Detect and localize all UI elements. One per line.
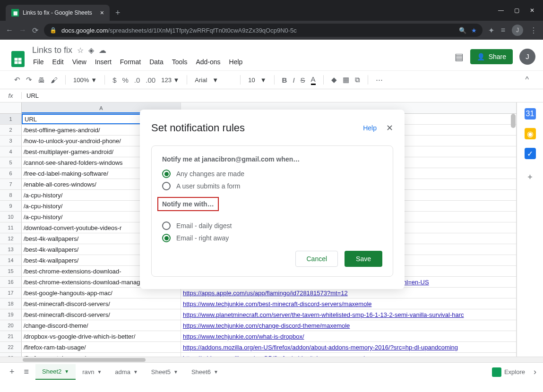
account-avatar[interactable]: J — [519, 49, 535, 65]
menu-format[interactable]: Format — [120, 58, 141, 66]
row-header[interactable]: 4 — [0, 146, 22, 157]
all-sheets-button[interactable]: ≡ — [21, 367, 32, 377]
row-header[interactable]: 1 — [0, 114, 22, 124]
share-button[interactable]: 👤 Share — [470, 49, 513, 64]
extensions-icon[interactable]: ✦ — [488, 26, 494, 35]
row-header[interactable]: 23 — [0, 353, 22, 357]
explore-button[interactable]: Explore — [492, 367, 525, 377]
row-header[interactable]: 13 — [0, 244, 22, 255]
move-icon[interactable]: ◈ — [88, 46, 94, 55]
new-tab-button[interactable]: + — [115, 8, 121, 18]
help-link[interactable]: Help — [363, 124, 377, 132]
menu-view[interactable]: View — [72, 58, 86, 66]
font-dropdown[interactable]: Arial ▼ — [195, 77, 233, 84]
row-header[interactable]: 6 — [0, 168, 22, 179]
menu-insert[interactable]: Insert — [95, 58, 112, 66]
merge-button[interactable]: ⧉ — [355, 76, 360, 84]
star-icon[interactable]: ☆ — [77, 46, 84, 55]
undo-button[interactable]: ↶ — [14, 76, 20, 84]
sheet-tab-sheet2[interactable]: Sheet2 ▼ — [35, 364, 76, 380]
back-button[interactable]: ← — [6, 26, 13, 34]
cell[interactable]: https://www.techjunkie.com/best-minecraf… — [181, 298, 517, 309]
reading-list-icon[interactable]: ≡ — [501, 26, 505, 34]
menu-tools[interactable]: Tools — [172, 58, 188, 66]
sheet-tab-sheet6[interactable]: Sheet6 ▼ — [185, 364, 225, 380]
zoom-dropdown[interactable]: 100% ▼ — [73, 77, 97, 84]
decimal-inc-button[interactable]: .00 — [146, 76, 155, 84]
row-header[interactable]: 7 — [0, 179, 22, 189]
cell[interactable]: /firefox-ram-tab-usage/ — [22, 342, 181, 352]
currency-button[interactable]: $ — [112, 76, 116, 84]
close-icon[interactable]: ✕ — [386, 123, 393, 133]
radio-form-submit[interactable]: A user submits a form — [162, 182, 382, 190]
format-dropdown[interactable]: 123 ▼ — [161, 77, 179, 84]
cell[interactable]: https://www.planetminecraft.com/server/t… — [181, 309, 517, 320]
italic-button[interactable]: I — [293, 76, 294, 84]
row-header[interactable]: 9 — [0, 201, 22, 211]
cell[interactable]: /best-minecraft-discord-servers/ — [22, 298, 181, 309]
row-header[interactable]: 12 — [0, 233, 22, 244]
row-header[interactable]: 19 — [0, 309, 22, 320]
url-input[interactable]: 🔒 docs.google.com/spreadsheets/d/1lXnMj1… — [44, 24, 483, 37]
tasks-icon[interactable]: ✓ — [525, 148, 536, 159]
strike-button[interactable]: S — [301, 76, 305, 84]
sheets-logo-icon[interactable] — [9, 49, 27, 68]
menu-help[interactable]: Help — [229, 58, 243, 66]
sidepanel-toggle[interactable]: › — [534, 367, 536, 377]
row-header[interactable]: 2 — [0, 125, 22, 135]
radio-right-away[interactable]: Email - right away — [162, 234, 382, 242]
decimal-dec-button[interactable]: .0 — [134, 76, 140, 84]
row-header[interactable]: 15 — [0, 266, 22, 276]
cell[interactable]: /best-google-hangouts-app-mac/ — [22, 288, 181, 298]
sheet-tab-adma[interactable]: adma ▼ — [108, 364, 144, 380]
cell[interactable]: /firefox-ram-tab-usage/ — [22, 353, 181, 357]
row-header[interactable]: 3 — [0, 136, 22, 146]
forward-button[interactable]: → — [19, 26, 26, 34]
menu-file[interactable]: File — [33, 58, 44, 66]
close-window-button[interactable]: ✕ — [530, 7, 534, 14]
menu-edit[interactable]: Edit — [52, 58, 64, 66]
row-header[interactable]: 22 — [0, 342, 22, 352]
textcolor-button[interactable]: A — [311, 75, 316, 85]
percent-button[interactable]: % — [122, 76, 128, 84]
collapse-toolbar-button[interactable]: ^ — [525, 76, 529, 84]
cell[interactable]: https://addons.mozilla.org/en-GB/firefox… — [181, 353, 517, 357]
row-header[interactable]: 14 — [0, 255, 22, 265]
row-header[interactable]: 5 — [0, 157, 22, 168]
horizontal-scrollbar[interactable] — [0, 357, 543, 362]
print-button[interactable]: 🖶 — [38, 76, 45, 84]
row-header[interactable]: 8 — [0, 190, 22, 200]
add-addon-button[interactable]: + — [527, 172, 533, 182]
sheet-tab-sheet5[interactable]: Sheet5 ▼ — [145, 364, 185, 380]
row-header[interactable]: 16 — [0, 277, 22, 287]
doc-name[interactable]: Links to fix — [32, 45, 72, 55]
select-all-corner[interactable] — [0, 102, 22, 113]
row-header[interactable]: 18 — [0, 298, 22, 309]
cell[interactable]: https://www.techjunkie.com/what-is-dropb… — [181, 331, 517, 341]
save-button[interactable]: Save — [345, 251, 382, 267]
maximize-button[interactable]: ▢ — [514, 7, 519, 14]
cell[interactable]: https://www.techjunkie.com/change-discor… — [181, 320, 517, 331]
cell[interactable]: /best-minecraft-discord-servers/ — [22, 309, 181, 320]
cloud-icon[interactable]: ☁ — [99, 46, 106, 55]
cell[interactable]: /dropbox-vs-google-drive-which-is-better… — [22, 331, 181, 341]
close-icon[interactable]: × — [100, 9, 104, 17]
paint-format-button[interactable]: 🖌 — [51, 76, 58, 84]
cancel-button[interactable]: Cancel — [295, 251, 338, 267]
fill-button[interactable]: ◆ — [331, 76, 337, 84]
browser-tab[interactable]: ▦ Links to fix - Google Sheets × — [6, 5, 110, 21]
sheet-tab-ravn[interactable]: ravn ▼ — [76, 364, 108, 380]
comments-icon[interactable]: ▤ — [455, 51, 464, 62]
minimize-button[interactable]: — — [498, 7, 504, 14]
row-header[interactable]: 10 — [0, 212, 22, 222]
radio-any-changes[interactable]: Any changes are made — [162, 170, 382, 178]
cell[interactable]: https://apps.apple.com/us/app/flamingo/i… — [181, 288, 517, 298]
formula-input[interactable]: URL — [22, 92, 543, 99]
borders-button[interactable]: ▦ — [343, 76, 349, 84]
row-header[interactable]: 11 — [0, 222, 22, 233]
redo-button[interactable]: ↷ — [26, 76, 32, 84]
menu-icon[interactable]: ⋮ — [530, 26, 537, 35]
reload-button[interactable]: ⟳ — [32, 26, 38, 35]
fontsize-dropdown[interactable]: 10 ▼ — [248, 77, 266, 84]
menu-add-ons[interactable]: Add-ons — [196, 58, 220, 66]
